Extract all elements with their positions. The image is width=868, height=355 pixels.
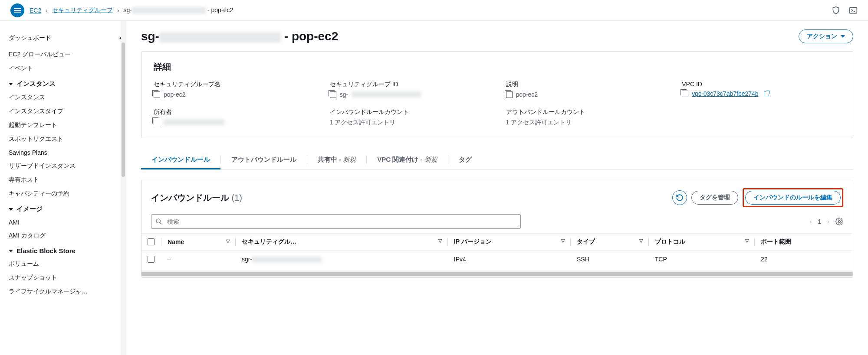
tab-vpc-association[interactable]: VPC 関連付け - 新規 <box>367 150 447 169</box>
search-input[interactable] <box>151 214 521 229</box>
topbar: EC2 › セキュリティグループ › sg- - pop-ec2 <box>0 0 868 21</box>
col-proto[interactable]: プロトコル▽ <box>649 234 755 251</box>
sidebar-item[interactable]: 専有ホスト <box>9 173 122 187</box>
copy-icon[interactable] <box>330 91 336 98</box>
filter-icon[interactable]: ▽ <box>561 238 565 244</box>
inbound-rules-panel: インバウンドルール (1) タグを管理 インバウンドのルールを編集 <box>141 180 853 278</box>
details-heading: 詳細 <box>154 61 841 73</box>
filter-icon[interactable]: ▽ <box>226 238 230 244</box>
refresh-button[interactable] <box>672 190 687 205</box>
sidebar-item[interactable]: AMI カタログ <box>9 229 122 243</box>
cell-name: – <box>161 251 236 268</box>
cell-sgr: sgr- <box>236 251 448 268</box>
cell-type: SSH <box>571 251 649 268</box>
main-content: sg- - pop-ec2 アクション 詳細 セキュリティグループ名 pop-e… <box>126 21 868 355</box>
search-container <box>151 214 521 229</box>
sidebar-item[interactable]: スナップショット <box>9 271 122 285</box>
sidebar-item[interactable]: インスタンス <box>9 91 122 104</box>
filter-icon[interactable]: ▽ <box>745 238 749 244</box>
chevron-down-icon <box>841 35 845 38</box>
chevron-right-icon: › <box>117 7 119 14</box>
sidebar-item[interactable]: 起動テンプレート <box>9 118 122 132</box>
sidebar-group-instances[interactable]: インスタンス <box>9 75 122 91</box>
gear-icon[interactable] <box>835 218 843 225</box>
pager: ‹ 1 › <box>810 218 843 225</box>
filter-icon[interactable]: ▽ <box>438 238 442 244</box>
sidebar-item[interactable]: リザーブドインスタンス <box>9 159 122 173</box>
copy-icon[interactable] <box>154 119 160 125</box>
sidebar: ダッシュボード EC2 グローバルビュー イベント インスタンス インスタンス … <box>0 21 126 355</box>
cell-port: 22 <box>755 251 853 268</box>
table-row[interactable]: – sgr- IPv4 SSH TCP 22 <box>141 251 853 268</box>
col-name[interactable]: Name▽ <box>161 234 236 251</box>
detail-description: 説明 pop-ec2 <box>506 81 665 98</box>
details-panel: 詳細 セキュリティグループ名 pop-ec2 セキュリティグループ ID sg-… <box>141 51 853 138</box>
detail-sg-name: セキュリティグループ名 pop-ec2 <box>154 81 312 98</box>
breadcrumb-security-groups[interactable]: セキュリティグループ <box>52 7 113 14</box>
sidebar-item[interactable]: キャパシティーの予約 <box>9 187 122 201</box>
sidebar-item[interactable]: ライフサイクルマネージャ… <box>9 285 122 299</box>
horizontal-scrollbar[interactable] <box>141 270 853 277</box>
col-ipver[interactable]: IP バージョン▽ <box>448 234 571 251</box>
edit-rules-highlight: インバウンドのルールを編集 <box>743 188 843 207</box>
page-number: 1 <box>818 218 822 225</box>
vpc-link[interactable]: vpc-03c73c7ab7fbe274b <box>692 90 758 97</box>
sidebar-item[interactable]: インスタンスタイプ <box>9 104 122 118</box>
cell-proto: TCP <box>649 251 755 268</box>
tab-sharing[interactable]: 共有中 - 新規 <box>307 150 366 169</box>
sidebar-item[interactable]: Savings Plans <box>9 146 122 159</box>
search-icon <box>155 218 162 225</box>
detail-inbound-count: インバウンドルールカウント 1 アクセス許可エントリ <box>330 108 489 127</box>
detail-vpc-id: VPC ID vpc-03c73c7ab7fbe274b <box>682 81 841 98</box>
breadcrumb-current: sg- - pop-ec2 <box>124 7 233 14</box>
detail-owner: 所有者 <box>154 108 312 127</box>
page-title: sg- - pop-ec2 <box>141 29 338 43</box>
svg-rect-1 <box>14 10 21 11</box>
actions-dropdown[interactable]: アクション <box>799 29 853 43</box>
cloudshell-icon[interactable] <box>849 6 858 15</box>
svg-point-5 <box>838 221 841 223</box>
breadcrumb-ec2[interactable]: EC2 <box>30 7 41 14</box>
copy-icon[interactable] <box>154 91 160 98</box>
sidebar-scrollbar[interactable] <box>121 21 126 355</box>
tab-inbound-rules[interactable]: インバウンドルール <box>141 150 220 169</box>
tabs: インバウンドルール アウトバウンドルール 共有中 - 新規 VPC 関連付け -… <box>141 150 853 169</box>
sidebar-item-dashboard[interactable]: ダッシュボード <box>9 31 51 45</box>
row-checkbox[interactable] <box>148 256 155 263</box>
sidebar-group-images[interactable]: イメージ <box>9 201 122 216</box>
breadcrumb: EC2 › セキュリティグループ › sg- - pop-ec2 <box>30 7 233 14</box>
svg-rect-3 <box>850 7 857 13</box>
col-sgr[interactable]: セキュリティグル…▽ <box>236 234 448 251</box>
filter-icon[interactable]: ▽ <box>639 238 643 244</box>
menu-toggle[interactable] <box>10 3 24 17</box>
rules-title: インバウンドルール (1) <box>151 192 242 204</box>
manage-tags-button[interactable]: タグを管理 <box>691 191 738 205</box>
page-prev[interactable]: ‹ <box>810 218 812 225</box>
tab-tags[interactable]: タグ <box>448 150 482 169</box>
svg-rect-0 <box>14 8 21 9</box>
tab-outbound-rules[interactable]: アウトバウンドルール <box>221 150 307 169</box>
shield-icon[interactable] <box>832 6 840 15</box>
page-next[interactable]: › <box>827 218 829 225</box>
copy-icon[interactable] <box>682 91 688 97</box>
sidebar-group-ebs[interactable]: Elastic Block Store <box>9 243 122 257</box>
external-link-icon <box>764 91 769 96</box>
rules-table: Name▽ セキュリティグル…▽ IP バージョン▽ タイプ▽ プロトコル▽ ポ… <box>141 233 853 268</box>
chevron-right-icon: › <box>46 7 48 14</box>
detail-outbound-count: アウトバンドルールカウント 1 アクセス許可エントリ <box>506 108 665 127</box>
sidebar-item[interactable]: AMI <box>9 216 122 229</box>
copy-icon[interactable] <box>506 91 513 98</box>
sidebar-item-events[interactable]: イベント <box>9 62 122 75</box>
sidebar-item[interactable]: ボリューム <box>9 257 122 271</box>
sidebar-item-global-view[interactable]: EC2 グローバルビュー <box>9 48 122 62</box>
col-port[interactable]: ポート範囲 <box>755 234 853 251</box>
cell-ipver: IPv4 <box>448 251 571 268</box>
sidebar-item[interactable]: スポットリクエスト <box>9 132 122 146</box>
edit-inbound-rules-button[interactable]: インバウンドのルールを編集 <box>745 191 841 205</box>
svg-point-4 <box>156 219 160 223</box>
detail-sg-id: セキュリティグループ ID sg- <box>330 81 489 98</box>
svg-rect-2 <box>14 12 21 13</box>
select-all-checkbox[interactable] <box>148 238 155 245</box>
col-type[interactable]: タイプ▽ <box>571 234 649 251</box>
